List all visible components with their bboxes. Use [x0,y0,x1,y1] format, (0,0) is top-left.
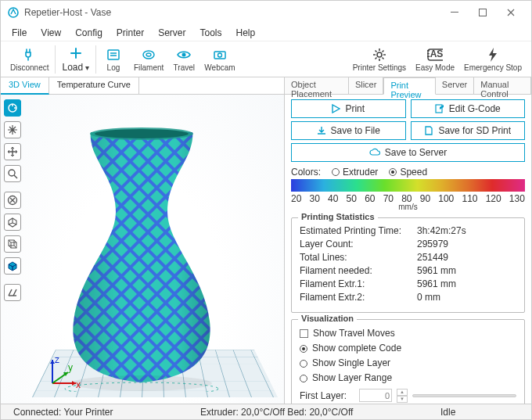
load-button[interactable]: Load ▾ [57,44,93,74]
menu-config[interactable]: Config [69,26,109,40]
view-cube-wire-tool[interactable] [4,235,21,253]
play-icon [332,104,340,113]
view-parallel-tool[interactable] [4,284,21,301]
tab-temperature-curve[interactable]: Temperature Curve [49,77,139,94]
plus-icon [68,45,84,61]
filament-icon [141,47,156,63]
status-temps: Extruder: 20,0°C/Off Bed: 20,0°C/Off [120,407,433,418]
print-button[interactable]: Print [291,99,406,118]
view-pan-tool[interactable] [4,121,21,138]
check-show-travel[interactable]: Show Travel Moves [300,326,516,341]
window-title: Repetier-Host - Vase [24,7,440,18]
svg-point-6 [182,52,186,56]
view-rotate-tool[interactable] [4,99,21,117]
svg-rect-3 [108,50,119,59]
radio-show-complete[interactable]: Show complete Code [300,341,516,356]
tab-server[interactable]: Server [436,77,474,94]
save-file-button[interactable]: Save to File [291,121,406,140]
svg-text:y: y [68,362,73,373]
svg-rect-1 [451,12,458,13]
close-button[interactable] [497,1,525,24]
svg-point-4 [143,51,154,59]
log-button[interactable]: Log [98,45,129,74]
right-pane: Object Placement Slicer Print Preview Se… [285,77,531,404]
menubar: File View Config Printer Server Tools He… [1,24,531,41]
menu-view[interactable]: View [34,26,67,40]
view-cube-solid-tool[interactable] [4,257,21,275]
emergency-stop-button[interactable]: Emergency Stop [459,45,527,74]
disconnect-button[interactable]: Disconnect [5,45,53,74]
titlebar: Repetier-Host - Vase [1,1,531,24]
radio-show-single[interactable]: Show Single Layer [300,356,516,371]
svg-point-21 [71,375,212,391]
travel-button[interactable]: Travel [168,45,200,74]
export-icon [317,126,326,135]
camera-icon [212,47,228,63]
tab-3d-view[interactable]: 3D View [1,77,49,95]
tab-slicer[interactable]: Slicer [349,77,384,94]
radio-extruder[interactable]: Extruder [332,167,378,178]
radio-speed[interactable]: Speed [389,167,427,178]
gear-icon [372,47,387,63]
left-tabs: 3D View Temperature Curve [1,77,284,95]
status-connection: Connected: Your Printer [5,407,120,418]
menu-printer[interactable]: Printer [110,26,150,40]
axes-gizmo: z x y [45,355,81,391]
edit-icon [435,104,444,113]
edit-gcode-button[interactable]: Edit G-Code [411,99,526,118]
status-idle: Idle [433,407,527,418]
menu-server[interactable]: Server [152,26,192,40]
sd-icon [424,126,433,135]
model-vase [59,126,224,392]
menu-file[interactable]: File [5,26,33,40]
log-icon [106,47,121,63]
toolbar: Disconnect Load ▾ Log Filament Travel We… [1,41,531,77]
svg-text:x: x [76,379,81,390]
svg-point-20 [95,129,189,138]
visualization-group: Visualization Show Travel Moves Show com… [291,319,525,404]
bolt-icon [485,47,501,63]
svg-rect-2 [480,9,487,16]
maximize-button[interactable] [469,1,497,24]
view-move-tool[interactable] [4,143,21,160]
speed-spectrum [291,179,525,192]
svg-text:z: z [55,355,59,365]
colors-label: Colors: [291,167,321,178]
svg-rect-26 [436,105,442,113]
svg-text:EASY: EASY [427,48,443,59]
first-layer-spinner[interactable]: ▲▼ [397,389,408,402]
svg-point-8 [217,53,221,57]
tab-manual-control[interactable]: Manual Control [474,77,531,94]
cloud-icon [369,148,380,157]
menu-help[interactable]: Help [230,26,262,40]
webcam-button[interactable]: Webcam [200,45,239,74]
statusbar: Connected: Your Printer Extruder: 20,0°C… [1,404,531,419]
right-tabs: Object Placement Slicer Print Preview Se… [285,77,531,95]
easy-icon: EASY [427,47,443,63]
printing-statistics-group: Printing Statistics Estimated Printing T… [291,217,525,313]
first-layer-row: First Layer: ▲▼ [300,389,516,402]
radio-show-range[interactable]: Show Layer Range [300,371,516,386]
app-icon [7,6,20,19]
first-layer-input[interactable] [359,389,392,402]
view-fit-tool[interactable] [4,192,21,209]
view-iso-tool[interactable] [4,214,21,231]
left-pane: 3D View Temperature Curve [1,77,285,404]
eye-icon [176,47,192,63]
viewport-3d[interactable]: z x y [1,95,284,404]
color-mode-row: Colors: Extruder Speed [291,167,525,178]
svg-point-13 [9,170,15,176]
tab-object-placement[interactable]: Object Placement [285,77,349,94]
svg-point-5 [146,53,151,56]
tab-print-preview[interactable]: Print Preview [383,77,435,95]
easy-mode-button[interactable]: EASY Easy Mode [411,45,459,74]
save-sd-button[interactable]: Save for SD Print [411,121,526,140]
printer-settings-button[interactable]: Printer Settings [348,45,411,74]
save-server-button[interactable]: Save to Server [291,143,525,162]
first-layer-slider[interactable] [412,394,516,397]
plug-icon [22,47,38,63]
minimize-button[interactable] [440,1,469,24]
view-zoom-tool[interactable] [4,165,21,182]
filament-button[interactable]: Filament [129,45,168,74]
menu-tools[interactable]: Tools [194,26,228,40]
